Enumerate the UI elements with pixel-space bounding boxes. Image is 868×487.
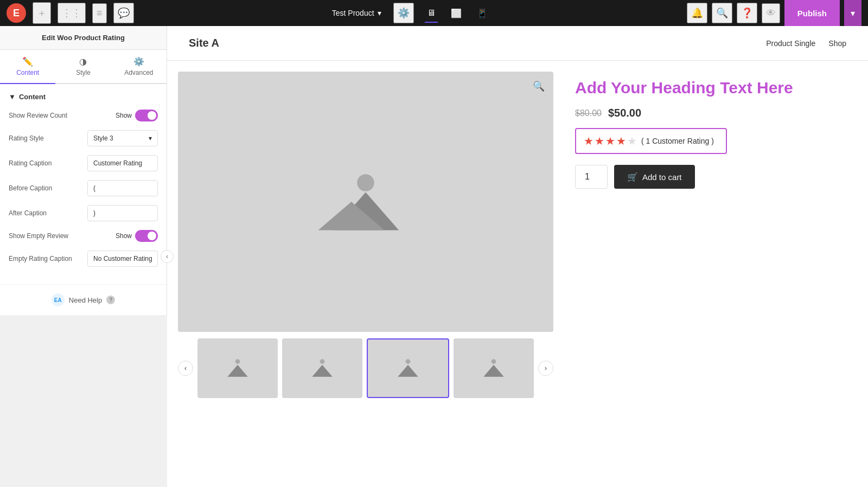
style-tab-label: Style (76, 69, 91, 76)
star-rating: ★ ★ ★ ★ ★ (584, 134, 637, 148)
before-caption-input[interactable] (87, 180, 158, 196)
star-5: ★ (627, 134, 637, 148)
site-header: Site A Product Single Shop (167, 26, 868, 61)
empty-rating-caption-label: Empty Rating Caption (9, 255, 72, 262)
device-switcher: 🖥 ⬜ 📱 (420, 4, 494, 23)
tab-advanced[interactable]: ⚙️ Advanced (111, 50, 167, 83)
content-tab-label: Content (16, 69, 39, 76)
add-element-button[interactable]: ＋ (33, 2, 51, 24)
show-empty-review-label: Show Empty Review (9, 232, 68, 240)
svg-point-0 (357, 174, 374, 191)
before-caption-row: Before Caption (9, 180, 158, 196)
svg-point-7 (406, 359, 411, 364)
publish-button[interactable]: Publish (784, 0, 840, 26)
structure-button[interactable]: ≡ (92, 3, 107, 23)
product-heading: Add Your Heading Text Here (575, 77, 852, 98)
product-price: $80.00 $50.00 (575, 107, 852, 119)
empty-rating-caption-input[interactable] (87, 251, 158, 267)
svg-marker-8 (398, 365, 418, 377)
thumbnail-2[interactable] (282, 338, 362, 398)
style-tab-icon: ◑ (79, 56, 87, 67)
rating-caption-row: Rating Caption (9, 155, 158, 171)
topbar: E ＋ ⋮⋮ ≡ 💬 Test Product ▾ ⚙️ 🖥 ⬜ 📱 🔔 🔍 ❓… (0, 0, 868, 26)
canvas-area: Site A Product Single Shop 🔍 (167, 26, 868, 487)
chevron-down-icon: ▾ (378, 9, 381, 17)
show-review-count-value: Show (116, 112, 132, 119)
show-review-count-switch[interactable] (135, 110, 158, 121)
main-product-image[interactable]: 🔍 (178, 72, 553, 332)
tab-style[interactable]: ◑ Style (55, 50, 111, 83)
svg-marker-6 (312, 365, 333, 377)
zoom-icon[interactable]: 🔍 (533, 80, 545, 92)
finder-button[interactable]: ⋮⋮ (58, 3, 86, 23)
svg-point-9 (492, 359, 496, 364)
product-image-column: 🔍 ‹ (167, 61, 564, 487)
site-nav: Product Single Shop (766, 39, 846, 48)
content-section-title[interactable]: ▼ Content (9, 93, 158, 101)
settings-button[interactable]: ⚙️ (393, 3, 414, 23)
site-logo: Site A (189, 37, 219, 49)
rating-text: ( 1 Customer Rating ) (641, 137, 714, 145)
tab-content[interactable]: ✏️ Content (0, 50, 55, 84)
svg-marker-10 (483, 365, 504, 377)
notifications-button[interactable]: 🔔 (687, 3, 707, 23)
thumbnail-4[interactable] (454, 338, 534, 398)
show-empty-review-value: Show (116, 232, 132, 240)
sale-price: $50.00 (608, 107, 641, 119)
show-review-count-label: Show Review Count (9, 112, 67, 119)
select-chevron-icon: ▾ (149, 134, 152, 142)
view-button[interactable]: 👁 (762, 3, 780, 23)
ea-badge: EA (52, 293, 65, 306)
sidebar-header: Edit Woo Product Rating (0, 26, 167, 50)
need-help-label: Need Help (69, 296, 102, 304)
show-review-count-toggle[interactable]: Show (116, 110, 158, 121)
thumbnail-row: ‹ (178, 338, 553, 398)
add-to-cart-button[interactable]: 🛒 Add to cart (614, 165, 695, 189)
show-empty-review-row: Show Empty Review Show (9, 230, 158, 242)
rating-style-value: Style 3 (93, 134, 113, 142)
content-tab-icon: ✏️ (22, 56, 33, 67)
thumb-next-button[interactable]: › (538, 361, 553, 376)
help-info-icon: ? (106, 296, 115, 304)
nav-product-single[interactable]: Product Single (766, 39, 815, 48)
rating-caption-label: Rating Caption (9, 159, 52, 167)
section-label: Content (19, 93, 46, 101)
mobile-button[interactable]: 📱 (470, 4, 494, 23)
need-help-section[interactable]: EA Need Help ? (0, 284, 167, 315)
sidebar: Edit Woo Product Rating ✏️ Content ◑ Sty… (0, 26, 167, 315)
before-caption-label: Before Caption (9, 184, 52, 192)
thumb-prev-button[interactable]: ‹ (178, 361, 193, 376)
product-name-button[interactable]: Test Product ▾ (327, 5, 387, 21)
rating-style-select[interactable]: Style 3 ▾ (87, 130, 158, 146)
svg-point-5 (320, 359, 325, 364)
sidebar-collapse-button[interactable]: ‹ (161, 250, 174, 263)
comments-button[interactable]: 💬 (113, 3, 134, 23)
elementor-logo[interactable]: E (7, 3, 26, 23)
thumbnail-3[interactable] (367, 338, 449, 398)
star-1: ★ (584, 134, 593, 148)
original-price: $80.00 (575, 108, 602, 118)
rating-style-row: Rating Style Style 3 ▾ (9, 130, 158, 146)
rating-caption-input[interactable] (87, 155, 158, 171)
after-caption-row: After Caption (9, 205, 158, 221)
quantity-input[interactable] (575, 165, 608, 189)
star-3: ★ (605, 134, 615, 148)
nav-shop[interactable]: Shop (828, 39, 846, 48)
tablet-button[interactable]: ⬜ (444, 4, 468, 23)
star-2: ★ (595, 134, 604, 148)
show-empty-review-toggle[interactable]: Show (116, 230, 158, 242)
search-button[interactable]: 🔍 (712, 3, 732, 23)
product-area: 🔍 ‹ (167, 61, 868, 487)
after-caption-input[interactable] (87, 205, 158, 221)
product-rating-box: ★ ★ ★ ★ ★ ( 1 Customer Rating ) (575, 128, 727, 154)
advanced-tab-icon: ⚙️ (133, 56, 144, 67)
show-empty-review-switch[interactable] (135, 230, 158, 242)
thumbnail-1[interactable] (197, 338, 278, 398)
help-button[interactable]: ❓ (737, 3, 757, 23)
empty-rating-caption-row: Empty Rating Caption (9, 251, 158, 267)
star-4: ★ (616, 134, 626, 148)
after-caption-label: After Caption (9, 209, 47, 217)
desktop-button[interactable]: 🖥 (420, 4, 442, 23)
publish-dropdown-button[interactable]: ▾ (844, 0, 861, 26)
sidebar-tabs: ✏️ Content ◑ Style ⚙️ Advanced (0, 50, 167, 84)
